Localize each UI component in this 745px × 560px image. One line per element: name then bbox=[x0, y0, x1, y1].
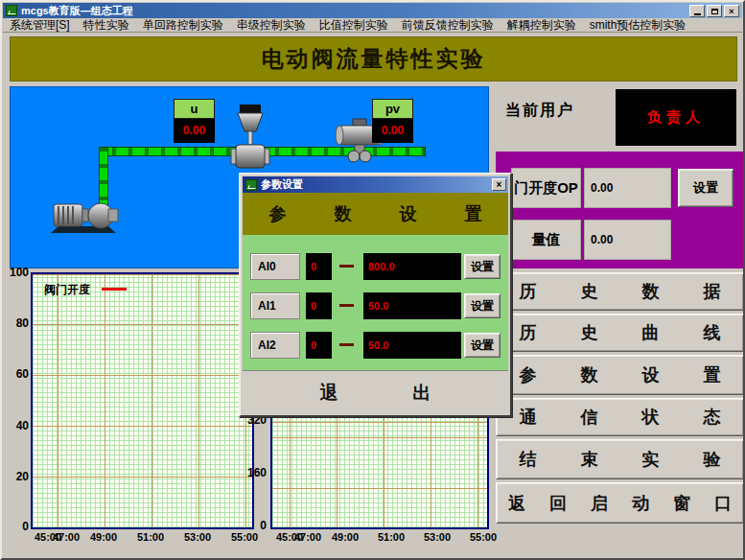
range-dash bbox=[339, 265, 354, 268]
range-dash bbox=[339, 304, 354, 307]
x-tick-label: 53:00 bbox=[181, 531, 214, 543]
y-tick-label: 40 bbox=[6, 419, 29, 432]
current-user-value: 负责人 bbox=[647, 108, 705, 127]
range-high-input[interactable]: 800.0 bbox=[363, 253, 461, 280]
mcgs-window: mcgs教育版—组态工程 × 系统管理[S] 特性实验 单回路控制实验 串级控制… bbox=[0, 0, 745, 560]
close-button[interactable]: × bbox=[724, 5, 739, 17]
y-tick-label: 80 bbox=[6, 316, 29, 330]
page-title: 电动阀流量特性实验 bbox=[262, 44, 486, 74]
x-tick-label: 49:00 bbox=[87, 531, 120, 543]
range-high-input[interactable]: 50.0 bbox=[363, 332, 461, 359]
set-button[interactable]: 设置 bbox=[464, 254, 501, 279]
experiment-title-banner: 电动阀流量特性实验 bbox=[10, 36, 737, 82]
range-dash bbox=[339, 343, 354, 346]
channel-label: AI1 bbox=[250, 292, 300, 319]
dialog-title: 参数设置 bbox=[261, 177, 303, 192]
y-tick-label: 0 bbox=[6, 520, 29, 533]
minimize-button[interactable] bbox=[689, 5, 705, 17]
nav-button-history-data[interactable]: 历史数据 bbox=[496, 272, 744, 311]
x-tick-label: 53:00 bbox=[421, 531, 454, 543]
valve-opening-set-button[interactable]: 设置 bbox=[678, 169, 733, 207]
menu-item-characteristic-exp[interactable]: 特性实验 bbox=[77, 18, 136, 33]
mcgs-logo-icon bbox=[245, 179, 257, 191]
close-icon: × bbox=[497, 179, 502, 190]
y-tick-label: 20 bbox=[6, 470, 29, 483]
menu-item-decoupling-exp[interactable]: 解耦控制实验 bbox=[501, 18, 583, 33]
range-high-input[interactable]: 50.0 bbox=[363, 292, 461, 319]
control-valve-icon bbox=[229, 105, 271, 177]
menu-bar: 系统管理[S] 特性实验 单回路控制实验 串级控制实验 比值控制实验 前馈反馈控… bbox=[3, 18, 742, 33]
nav-button-return-start-window[interactable]: 返回启动窗口 bbox=[496, 482, 744, 524]
range-low-input[interactable]: 0 bbox=[306, 253, 332, 280]
y-tick-label: 160 bbox=[244, 466, 267, 479]
dialog-body: AI0 0 800.0 设置 AI1 0 50.0 设置 AI2 0 50.0 … bbox=[243, 235, 508, 370]
range-low-input[interactable]: 0 bbox=[306, 292, 332, 319]
y-tick-label: 100 bbox=[6, 266, 29, 279]
flow-value-label: 量值 bbox=[511, 220, 581, 260]
valve-opening-input[interactable]: 0.00 bbox=[584, 168, 671, 208]
dialog-titlebar[interactable]: 参数设置 × bbox=[243, 176, 508, 193]
set-button[interactable]: 设置 bbox=[464, 333, 501, 358]
y-tick-label: 60 bbox=[6, 367, 29, 381]
menu-item-cascade-exp[interactable]: 串级控制实验 bbox=[230, 18, 313, 33]
window-titlebar: mcgs教育版—组态工程 × bbox=[3, 3, 742, 18]
y-tick-label: 0 bbox=[244, 519, 267, 532]
u-display-label: u bbox=[174, 99, 215, 119]
x-tick-label: 51:00 bbox=[134, 531, 167, 543]
dialog-close-button[interactable]: × bbox=[492, 178, 506, 191]
dialog-exit-button[interactable]: 退出 bbox=[243, 370, 508, 415]
x-tick-label: 49:00 bbox=[329, 531, 361, 543]
x-tick-label: 55:00 bbox=[467, 531, 500, 543]
x-tick-label: 47:00 bbox=[291, 531, 324, 543]
legend-label: 阀门开度 bbox=[44, 282, 90, 298]
flow-value-display: 0.00 bbox=[584, 220, 671, 260]
x-tick-label: 55:00 bbox=[228, 531, 261, 543]
channel-label: AI0 bbox=[250, 253, 300, 280]
nav-button-end-experiment[interactable]: 结束实验 bbox=[496, 439, 744, 479]
dialog-header: 参数设置 bbox=[243, 193, 508, 235]
valve-control-panel: 门开度OP 0.00 设置 量值 0.00 bbox=[496, 152, 745, 268]
restore-button[interactable] bbox=[707, 5, 722, 17]
current-user-label: 当前用户 bbox=[505, 101, 574, 121]
close-icon: × bbox=[729, 7, 733, 16]
x-tick-label: 47:00 bbox=[50, 531, 82, 543]
menu-item-smith-exp[interactable]: smith预估控制实验 bbox=[583, 18, 693, 33]
param-settings-dialog: 参数设置 × 参数设置 AI0 0 800.0 设置 AI1 0 50.0 设置 bbox=[239, 173, 512, 417]
nav-button-history-curve[interactable]: 历史曲线 bbox=[496, 314, 744, 352]
pv-display-value: 0.00 bbox=[372, 119, 413, 143]
menu-item-system-management[interactable]: 系统管理[S] bbox=[3, 18, 77, 33]
nav-button-param-settings[interactable]: 参数设置 bbox=[496, 355, 744, 395]
restore-icon bbox=[711, 9, 718, 14]
minimize-icon bbox=[694, 13, 701, 15]
menu-item-ratio-exp[interactable]: 比值控制实验 bbox=[313, 18, 395, 33]
pv-display-label: pv bbox=[372, 99, 413, 119]
set-button[interactable]: 设置 bbox=[464, 293, 501, 318]
legend-line bbox=[102, 288, 127, 291]
window-title: mcgs教育版—组态工程 bbox=[21, 4, 133, 18]
current-user-value-box: 负责人 bbox=[616, 89, 736, 146]
channel-label: AI2 bbox=[250, 332, 300, 359]
x-tick-label: 51:00 bbox=[375, 531, 407, 543]
u-display-value: 0.00 bbox=[174, 119, 215, 143]
pump-icon bbox=[45, 193, 122, 235]
menu-item-single-loop-exp[interactable]: 单回路控制实验 bbox=[136, 18, 230, 33]
range-low-input[interactable]: 0 bbox=[306, 332, 332, 359]
left-plot-area: 阀门开度 bbox=[31, 272, 254, 529]
mcgs-logo-icon[interactable] bbox=[6, 5, 17, 16]
menu-item-feedforward-exp[interactable]: 前馈反馈控制实验 bbox=[395, 18, 501, 33]
right-plot-area bbox=[270, 408, 489, 529]
nav-button-comm-status[interactable]: 通信状态 bbox=[496, 398, 744, 436]
